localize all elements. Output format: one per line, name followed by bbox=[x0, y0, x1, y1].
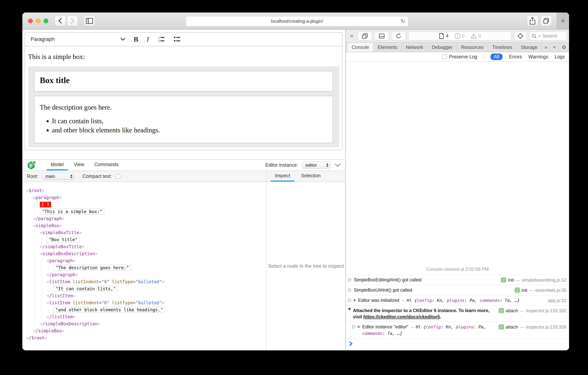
search-input[interactable] bbox=[542, 33, 563, 39]
simple-box-widget[interactable]: Box title The description goes here. It … bbox=[28, 66, 339, 147]
back-button[interactable] bbox=[55, 16, 66, 26]
devtools-tab-storage[interactable]: Storage bbox=[517, 43, 542, 52]
side-tab-inspect[interactable]: Inspect bbox=[271, 171, 294, 182]
console-message[interactable]: SimpleBoxEditing#init() got calledfinit—… bbox=[346, 275, 569, 285]
disclosure-triangle-icon[interactable] bbox=[358, 325, 360, 328]
intro-paragraph[interactable]: This is a simple box: bbox=[28, 53, 339, 61]
bulleted-list-button[interactable] bbox=[173, 36, 181, 43]
tree-line[interactable]: </paragraph> bbox=[26, 271, 266, 278]
tree-tag[interactable]: /simpleBox bbox=[36, 328, 62, 333]
tree-line[interactable]: "This is a simple box:" bbox=[26, 208, 266, 215]
page-status-group[interactable]: 4 0 bbox=[409, 32, 512, 40]
tree-line[interactable]: <simpleBox> bbox=[26, 222, 266, 229]
tree-line[interactable]: <listItemlistIndent="0"listType="bullete… bbox=[26, 299, 266, 306]
tree-tag[interactable]: /paragraph bbox=[49, 272, 75, 277]
description-list[interactable]: It can contain lists,and other block ele… bbox=[52, 117, 327, 134]
tree-line[interactable]: [ ] bbox=[26, 201, 266, 208]
address-bar[interactable]: localhost/creating-a-plugin/ ↻ bbox=[186, 16, 409, 26]
console-link[interactable]: https://ckeditor.com/docs/ckeditor5 bbox=[363, 314, 440, 319]
devtools-tab-elements[interactable]: Elements bbox=[373, 43, 402, 52]
tree-tag[interactable]: listItem bbox=[49, 279, 70, 284]
console-message[interactable]: Attached the inspector to a CKEditor 5 i… bbox=[346, 305, 569, 321]
tab-overview-button[interactable] bbox=[541, 16, 552, 26]
tree-line[interactable]: "It can contain lists," bbox=[26, 285, 266, 292]
simple-box-description[interactable]: The description goes here. It can contai… bbox=[34, 96, 333, 143]
sidebar-button[interactable] bbox=[84, 16, 95, 26]
console-message[interactable]: Editor was initialized – Hl {config: Kn,… bbox=[346, 295, 569, 305]
new-tab-area[interactable]: + bbox=[556, 12, 569, 29]
filter-warnings[interactable]: Warnings bbox=[528, 54, 548, 60]
source-location[interactable]: inspector.js:133:326 bbox=[526, 324, 567, 330]
collapse-inspector-icon[interactable] bbox=[334, 163, 341, 167]
tree-line[interactable]: <paragraph> bbox=[26, 257, 266, 264]
root-select[interactable]: main bbox=[42, 173, 74, 180]
gear-icon[interactable]: ⚙ bbox=[559, 43, 569, 52]
dock-bottom-button[interactable] bbox=[375, 32, 389, 40]
tree-tag[interactable]: /simpleBoxDescription bbox=[42, 321, 98, 326]
tree-tag[interactable]: listItem bbox=[49, 300, 70, 305]
list-item[interactable]: and other block elements like headings. bbox=[52, 126, 327, 134]
source-location[interactable]: inspector.js:133:182 bbox=[526, 308, 567, 314]
tree-line[interactable]: <listItemlistIndent="0"listType="bullete… bbox=[26, 278, 266, 285]
tree-tag[interactable]: simpleBoxDescription bbox=[42, 251, 95, 256]
tree-tag[interactable]: /simpleBoxTitle bbox=[42, 244, 82, 249]
tree-line[interactable]: "and other block elements like headings.… bbox=[26, 306, 266, 313]
share-button[interactable] bbox=[527, 16, 538, 26]
side-tab-selection[interactable]: Selection bbox=[297, 171, 325, 182]
tree-tag[interactable]: simpleBoxTitle bbox=[42, 230, 79, 235]
tree-tag[interactable]: /$root bbox=[29, 335, 44, 340]
filter-errors[interactable]: Errors bbox=[509, 54, 522, 60]
source-location[interactable]: app.js:31 bbox=[548, 297, 567, 304]
numbered-list-button[interactable]: 1 2 bbox=[158, 36, 165, 43]
description-text[interactable]: The description goes here. bbox=[40, 103, 327, 111]
devtools-tab-timelines[interactable]: Timelines bbox=[488, 43, 517, 52]
tree-line[interactable]: <$root> bbox=[26, 187, 266, 194]
inspector-tab-model[interactable]: Model bbox=[47, 160, 68, 170]
tree-line[interactable]: </listItem> bbox=[26, 292, 266, 299]
tree-line[interactable]: </paragraph> bbox=[26, 215, 266, 222]
tree-line[interactable]: "The description goes here." bbox=[26, 264, 266, 271]
tree-line[interactable]: "Box title" bbox=[26, 236, 266, 243]
dock-side-button[interactable] bbox=[358, 32, 372, 40]
tree-line[interactable]: <simpleBoxDescription> bbox=[26, 250, 266, 257]
devtools-tab-console[interactable]: Console bbox=[347, 43, 373, 52]
tree-tag[interactable]: paragraph bbox=[36, 195, 59, 200]
tree-tag[interactable]: paragraph bbox=[49, 258, 73, 263]
element-picker-button[interactable] bbox=[514, 32, 526, 40]
tree-tag[interactable]: /listItem bbox=[49, 314, 73, 319]
paragraph-dropdown[interactable]: Paragraph bbox=[31, 36, 126, 42]
overflow-tabs-icon[interactable]: » bbox=[542, 43, 550, 52]
tree-line[interactable]: <paragraph> bbox=[26, 194, 266, 201]
tree-line[interactable]: </simpleBoxDescription> bbox=[26, 320, 266, 327]
disclosure-triangle-icon[interactable] bbox=[354, 299, 356, 302]
inspector-tab-view[interactable]: View bbox=[70, 160, 88, 170]
console-message[interactable]: SimpleBoxUI#init() got calledfinit—essen… bbox=[346, 285, 569, 295]
editor-instance-select[interactable]: editor bbox=[302, 162, 330, 168]
minimize-window-button[interactable] bbox=[36, 19, 41, 23]
reload-page-button[interactable] bbox=[392, 32, 406, 40]
forward-button[interactable] bbox=[67, 16, 78, 26]
tree-text-node[interactable]: "Box title" bbox=[47, 237, 80, 243]
devtools-tab-network[interactable]: Network bbox=[402, 43, 428, 52]
disclosure-triangle-icon[interactable] bbox=[348, 308, 351, 310]
source-location[interactable]: essentials.js:35 bbox=[535, 287, 567, 293]
tree-line[interactable]: </simpleBox> bbox=[26, 327, 266, 334]
tree-tag[interactable]: /listItem bbox=[49, 293, 73, 298]
tree-tag[interactable]: simpleBox bbox=[36, 223, 59, 228]
box-title-text[interactable]: Box title bbox=[40, 76, 327, 85]
filter-all[interactable]: All bbox=[490, 54, 503, 60]
devtools-tab-debugger[interactable]: Debugger bbox=[428, 43, 457, 52]
tree-text-node[interactable]: "It can contain lists," bbox=[53, 286, 118, 292]
tree-line[interactable]: </$root> bbox=[26, 334, 266, 341]
italic-button[interactable]: I bbox=[147, 35, 149, 43]
bold-button[interactable]: B bbox=[134, 36, 138, 43]
tree-text-node[interactable]: "The description goes here." bbox=[53, 265, 131, 271]
tree-text-node[interactable]: "and other block elements like headings.… bbox=[53, 307, 165, 313]
preserve-log-checkbox[interactable] bbox=[442, 55, 447, 59]
close-window-button[interactable] bbox=[28, 19, 33, 23]
list-item[interactable]: It can contain lists, bbox=[52, 117, 327, 125]
reload-icon[interactable]: ↻ bbox=[401, 18, 405, 24]
tree-tag[interactable]: $root bbox=[29, 188, 42, 193]
add-tab-button[interactable]: + bbox=[550, 43, 559, 52]
console-prompt[interactable] bbox=[346, 338, 569, 350]
